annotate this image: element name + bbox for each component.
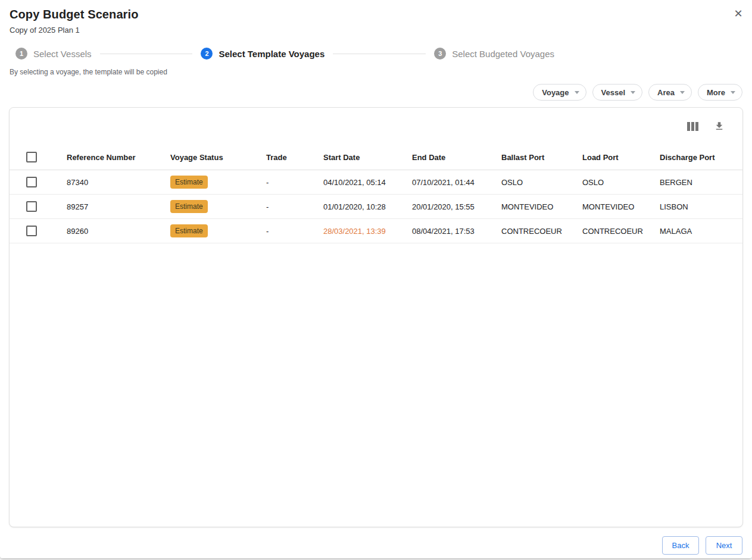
row-checkbox[interactable]: [26, 177, 37, 187]
step-3-circle: 3: [434, 48, 446, 60]
stepper: 1 Select Vessels 2 Select Template Voyag…: [15, 48, 554, 60]
cell-discharge-port: MALAGA: [660, 227, 742, 236]
cell-start-date: 01/01/2020, 10:28: [323, 202, 412, 211]
column-header-start-date[interactable]: Start Date: [323, 153, 412, 162]
chevron-down-icon: [680, 91, 685, 94]
cell-ballast-port: OSLO: [501, 178, 582, 187]
voyages-table-card: Reference Number Voyage Status Trade Sta…: [9, 107, 743, 527]
cell-load-port: CONTRECOEUR: [582, 227, 660, 236]
step-3-label: Select Budgeted Voyages: [452, 49, 554, 59]
column-header-end-date[interactable]: End Date: [412, 153, 501, 162]
chip-label: Voyage: [542, 88, 569, 97]
table-header-row: Reference Number Voyage Status Trade Sta…: [10, 145, 742, 170]
cell-end-date: 20/01/2020, 15:55: [412, 202, 501, 211]
column-header-reference-number[interactable]: Reference Number: [67, 153, 170, 162]
cell-reference-number: 87340: [67, 178, 170, 187]
column-header-voyage-status[interactable]: Voyage Status: [170, 153, 266, 162]
cell-reference-number: 89257: [67, 202, 170, 211]
column-header-load-port[interactable]: Load Port: [582, 153, 660, 162]
close-icon[interactable]: ✕: [732, 8, 744, 20]
table-row[interactable]: 89260 Estimate - 28/03/2021, 13:39 08/04…: [10, 219, 742, 243]
back-button[interactable]: Back: [662, 536, 699, 555]
chevron-down-icon: [731, 91, 735, 94]
column-header-discharge-port[interactable]: Discharge Port: [660, 153, 742, 162]
cell-trade: -: [266, 178, 323, 187]
cell-start-date: 04/10/2021, 05:14: [323, 178, 412, 187]
cell-reference-number: 89260: [67, 227, 170, 236]
chip-label: Area: [657, 88, 675, 97]
cell-ballast-port: CONTRECOEUR: [501, 227, 582, 236]
step-1-label: Select Vessels: [33, 49, 92, 59]
select-all-checkbox[interactable]: [26, 152, 37, 162]
page-subtitle: Copy of 2025 Plan 1: [10, 26, 742, 35]
status-badge: Estimate: [170, 176, 208, 189]
dialog-footer: Back Next: [662, 536, 742, 555]
chevron-down-icon: [631, 91, 635, 94]
cell-end-date: 07/10/2021, 01:44: [412, 178, 501, 187]
cell-load-port: OSLO: [582, 178, 660, 187]
next-button[interactable]: Next: [706, 536, 742, 555]
table-row[interactable]: 89257 Estimate - 01/01/2020, 10:28 20/01…: [10, 195, 742, 219]
page-title: Copy Budget Scenario: [10, 8, 742, 21]
step-select-vessels[interactable]: 1 Select Vessels: [15, 48, 92, 60]
column-header-trade[interactable]: Trade: [266, 153, 323, 162]
step-1-circle: 1: [15, 48, 27, 60]
cell-start-date: 28/03/2021, 13:39: [323, 227, 412, 236]
status-badge: Estimate: [170, 224, 208, 237]
step-2-label: Select Template Voyages: [219, 49, 324, 59]
helper-text: By selecting a voyage, the template will…: [10, 68, 742, 76]
step-2-circle: 2: [201, 48, 213, 60]
table-row[interactable]: 87340 Estimate - 04/10/2021, 05:14 07/10…: [10, 170, 742, 195]
row-checkbox[interactable]: [26, 201, 37, 212]
cell-voyage-status: Estimate: [170, 176, 266, 189]
column-header-ballast-port[interactable]: Ballast Port: [501, 153, 582, 162]
filter-chips: Voyage Vessel Area More: [533, 84, 742, 101]
step-select-template-voyages[interactable]: 2 Select Template Voyages: [201, 48, 324, 60]
filter-chip-area[interactable]: Area: [648, 84, 692, 101]
cell-voyage-status: Estimate: [170, 200, 266, 213]
download-icon[interactable]: [714, 121, 725, 132]
filter-chip-vessel[interactable]: Vessel: [592, 84, 643, 101]
filter-chip-voyage[interactable]: Voyage: [533, 84, 586, 101]
chevron-down-icon: [575, 91, 579, 94]
copy-budget-scenario-dialog: Copy Budget Scenario Copy of 2025 Plan 1…: [0, 0, 752, 558]
filter-chip-more[interactable]: More: [698, 84, 742, 101]
dialog-header: Copy Budget Scenario Copy of 2025 Plan 1…: [0, 0, 752, 35]
row-checkbox[interactable]: [26, 226, 37, 236]
chip-label: Vessel: [601, 88, 626, 97]
status-badge: Estimate: [170, 200, 208, 213]
cell-discharge-port: BERGEN: [660, 178, 742, 187]
cell-voyage-status: Estimate: [170, 224, 266, 237]
step-select-budgeted-voyages[interactable]: 3 Select Budgeted Voyages: [434, 48, 554, 60]
columns-icon[interactable]: [687, 122, 698, 131]
cell-ballast-port: MONTEVIDEO: [501, 202, 582, 211]
cell-trade: -: [266, 202, 323, 211]
table-toolbar: [10, 108, 742, 145]
cell-trade: -: [266, 227, 323, 236]
stepper-connector: [100, 54, 193, 54]
cell-discharge-port: LISBON: [660, 202, 742, 211]
stepper-connector: [333, 54, 426, 54]
cell-load-port: MONTEVIDEO: [582, 202, 660, 211]
cell-end-date: 08/04/2021, 17:53: [412, 227, 501, 236]
chip-label: More: [707, 88, 725, 97]
